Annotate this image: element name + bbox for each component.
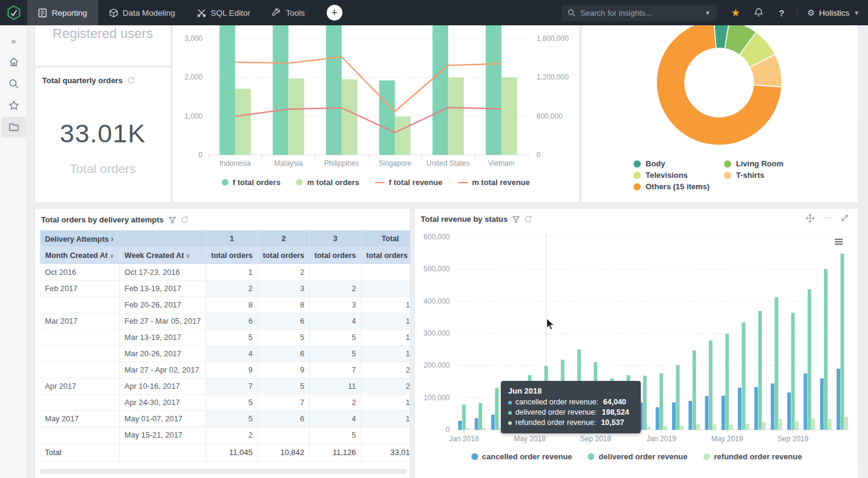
sidebar-item-favorites[interactable]: [1, 95, 26, 116]
column-header[interactable]: Month Created At ∨: [40, 247, 120, 264]
value-cell: 2: [206, 280, 258, 297]
column-header[interactable]: total orders: [309, 247, 361, 264]
tab-tools[interactable]: Tools: [261, 0, 316, 25]
period-cell: Feb 13-19, 2017: [119, 280, 206, 297]
value-cell: 8: [258, 297, 310, 313]
tooltip-row: delivered order revenue:198,524: [508, 407, 634, 418]
refresh-icon[interactable]: [524, 215, 532, 223]
legend-item[interactable]: f total orders: [222, 178, 280, 187]
bar: [828, 419, 832, 430]
bar: [713, 424, 717, 430]
value-cell: 5: [206, 329, 258, 345]
sidebar-item-home[interactable]: [1, 52, 26, 72]
legend-item[interactable]: m total orders: [296, 178, 359, 187]
legend-item[interactable]: T-shirts: [724, 171, 826, 180]
filter-funnel-icon[interactable]: [169, 216, 176, 224]
legend-item[interactable]: cancelled order revenue: [471, 452, 573, 461]
search-dropdown-caret-icon[interactable]: ▼: [705, 10, 711, 16]
table-row: Mar 20-26, 201746515: [40, 345, 411, 362]
legend-dot-icon: [724, 160, 731, 168]
attempt-column-header[interactable]: 1: [206, 230, 258, 247]
value-cell: 2: [258, 264, 310, 280]
bar: [758, 311, 762, 430]
page-vertical-scrollbar[interactable]: [863, 119, 868, 468]
kpi-card-title: Total quarterly orders: [42, 76, 122, 85]
period-cell: Apr 24-30, 2017: [119, 394, 206, 410]
help-icon[interactable]: ?: [779, 8, 784, 18]
legend-dot-icon: [471, 453, 478, 460]
table-row: Mar 13-19, 201755515: [40, 329, 411, 345]
new-item-button[interactable]: +: [327, 5, 342, 20]
table-horizontal-scrollbar[interactable]: [40, 469, 406, 474]
value-cell: 7: [361, 280, 410, 297]
value-cell: 4: [309, 410, 361, 427]
period-cell: Apr 2017: [40, 378, 120, 394]
value-cell: 7: [309, 362, 361, 378]
period-cell: Feb 2017: [40, 280, 120, 297]
attempt-column-header[interactable]: 3: [309, 230, 361, 247]
chart-context-menu-icon[interactable]: [835, 239, 843, 245]
value-cell: 9: [206, 362, 258, 378]
sidebar-expand-button[interactable]: »: [1, 30, 26, 51]
bar: [289, 78, 304, 155]
legend-line-icon: [458, 182, 468, 183]
refresh-icon[interactable]: [181, 216, 189, 224]
legend-item[interactable]: Televisions: [634, 171, 724, 180]
donut-chart-legend[interactable]: BodyLiving RoomTelevisionsT-shirtsOthers…: [634, 159, 826, 191]
revenue-chart-legend[interactable]: cancelled order revenuedelivered order r…: [415, 452, 858, 461]
legend-dot-icon: [588, 453, 594, 460]
value-cell: 11: [309, 378, 361, 394]
notifications-bell-icon[interactable]: [754, 8, 763, 17]
sidebar-item-folders[interactable]: [1, 117, 26, 137]
legend-item[interactable]: f total revenue: [375, 178, 442, 187]
bar: [791, 313, 794, 430]
legend-label: T-shirts: [736, 171, 764, 180]
expand-chevron-icon[interactable]: ›: [111, 234, 114, 244]
category-donut-chart[interactable]: [582, 25, 859, 155]
sidebar-item-search[interactable]: [1, 74, 26, 94]
holistics-logo[interactable]: [0, 0, 27, 25]
favorites-star-icon[interactable]: ★: [731, 7, 740, 19]
country-chart-legend[interactable]: f total ordersm total ordersf total reve…: [172, 178, 579, 187]
attempt-column-header[interactable]: Total: [361, 230, 410, 247]
tooltip-title: Jun 2018: [508, 386, 634, 395]
bar: [482, 428, 486, 430]
filter-funnel-icon[interactable]: [512, 216, 520, 223]
tab-sql-editor[interactable]: SQL Editor: [186, 0, 262, 25]
value-cell: 3: [309, 297, 361, 313]
legend-item[interactable]: m total revenue: [458, 178, 530, 187]
x-axis-label: Singapore: [379, 159, 412, 168]
expand-widget-icon[interactable]: [841, 214, 849, 222]
table-total-row: Total11,04510,84211,12633,013: [40, 443, 411, 461]
legend-item[interactable]: refunded order revenue: [703, 452, 802, 461]
bar: [676, 365, 679, 430]
legend-item[interactable]: Body: [634, 159, 724, 168]
tooltip-row: refunded order revenue:10,537: [508, 418, 634, 428]
account-menu[interactable]: ⚙ Holistics ▼: [807, 8, 860, 17]
bar: [729, 424, 733, 430]
tab-data-modeling[interactable]: Data Modeling: [98, 0, 186, 25]
orders-by-country-chart[interactable]: 001,000600,0002,0001,200,0003,0001,800,0…: [172, 25, 580, 174]
table-row: Feb 20-26, 201788319: [40, 297, 411, 313]
attempt-column-header[interactable]: 2: [258, 230, 310, 247]
delivery-attempts-header[interactable]: Delivery Attempts ›: [40, 230, 206, 247]
column-header[interactable]: total orders ∨: [361, 247, 410, 264]
move-widget-icon[interactable]: [806, 214, 814, 222]
y-axis-tick: 0: [445, 426, 450, 434]
tab-reporting[interactable]: Reporting: [27, 0, 98, 25]
legend-item[interactable]: delivered order revenue: [588, 452, 687, 461]
sort-caret-icon[interactable]: ∨: [407, 253, 410, 259]
legend-item[interactable]: Living Room: [724, 159, 826, 168]
legend-item[interactable]: Others (15 items): [634, 182, 724, 191]
more-options-icon[interactable]: ···: [823, 214, 832, 222]
sort-caret-icon[interactable]: ∨: [184, 253, 190, 259]
bar: [709, 341, 712, 430]
legend-label: m total orders: [307, 178, 359, 187]
legend-dot-icon: [703, 453, 710, 460]
refresh-icon[interactable]: [127, 77, 135, 84]
sort-caret-icon[interactable]: ∨: [108, 253, 115, 259]
search-insights-box[interactable]: Search for insights... ▼: [562, 5, 717, 21]
column-header[interactable]: Week Created At ∨: [119, 247, 206, 264]
column-header[interactable]: total orders: [206, 247, 258, 264]
column-header[interactable]: total orders: [258, 247, 310, 264]
